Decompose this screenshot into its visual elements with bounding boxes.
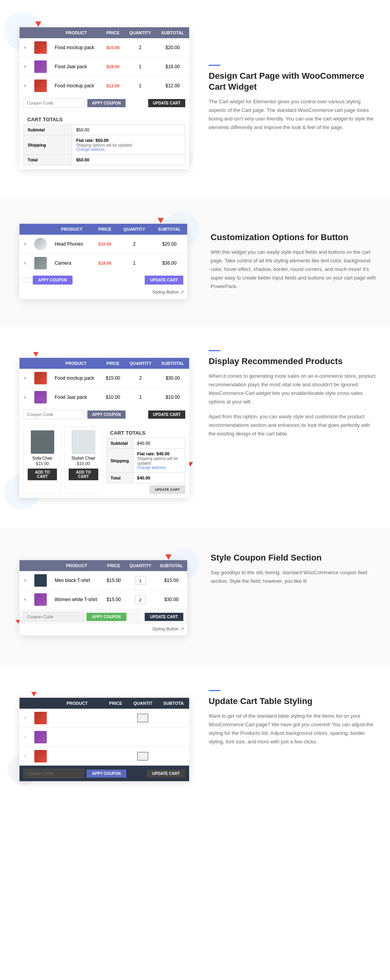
section-2-widget: Product Price Quantity Subtotal × Head P… [12, 216, 195, 307]
col-product: PRODUCT [51, 698, 103, 709]
section-5: PRODUCT PRICE QUANTIT SUBTOTA × Food moc… [0, 667, 390, 812]
update-cart-button[interactable]: UPDATE CART [145, 276, 183, 285]
change-address-link[interactable]: Change address [76, 147, 181, 152]
remove-btn[interactable]: × [23, 394, 27, 400]
section-title: Design Cart Page with WooCommerce Cart W… [209, 71, 378, 93]
section-title: Update Cart Table Styling [209, 696, 378, 707]
col-product: Product [51, 560, 102, 571]
col-price: Price [103, 560, 125, 571]
update-cart-button[interactable]: UPDATE CART [148, 410, 185, 419]
qty-display: 2 [135, 595, 146, 604]
product-name: Food Jaar pack [51, 57, 101, 76]
product-subtotal: $12.00 [156, 76, 189, 96]
section-description: With this widget you can easily style in… [211, 248, 378, 291]
product-subtotal: $20.00 [156, 38, 189, 57]
product-qty: 1 [128, 747, 158, 766]
col-img [30, 698, 51, 709]
section-title: Customization Options for Button [211, 232, 378, 243]
product-price: $10.00 [102, 38, 124, 57]
total-row: Total $40.00 [106, 473, 185, 483]
cart-widget-4: Product Price Quantity Subtotal × Men bl… [20, 560, 187, 635]
table-row: × Food Jaar pack $18.00 1 $18.00 [20, 728, 189, 747]
total-label: Total [106, 473, 133, 483]
apply-coupon-button[interactable]: APPY COUPON [87, 613, 126, 621]
col-remove [20, 224, 30, 235]
product-qty: 2 [117, 235, 151, 254]
section-1-widget: Product Price Quantity Subtotal × Food m… [12, 19, 193, 177]
product-subtotal: $10.00 [156, 388, 189, 407]
cart-widget-2: Product Price Quantity Subtotal × Head P… [20, 224, 187, 299]
section-4: Style Coupon Field Section Say goodbye t… [0, 529, 390, 667]
product-qty: 2 [128, 709, 158, 728]
section-2: Customization Options for Button With th… [0, 196, 390, 327]
product-subtotal: $30.00 [156, 590, 187, 609]
remove-btn[interactable]: × [23, 715, 27, 721]
remove-btn[interactable]: × [23, 241, 27, 247]
product-price: $15.00 [101, 369, 124, 388]
col-img [30, 224, 51, 235]
product-price: $15.00 [103, 571, 125, 590]
cross-sale-item: Stylish Chair $10.00 ADD TO CART [64, 426, 102, 494]
product-img [34, 712, 47, 724]
subtotal-row: Subtotal $50.00 [24, 125, 185, 135]
product-img [34, 238, 47, 250]
change-address-link[interactable]: Change address [137, 465, 181, 470]
subtotal-row: Subtotal $40.00 [106, 438, 185, 449]
subtotal-value: $40.00 [133, 438, 185, 449]
col-img [30, 560, 51, 571]
col-remove [20, 358, 30, 369]
add-to-cart-button[interactable]: ADD TO CART [69, 469, 98, 480]
cross-sales: Sofa Chair $15.00 ADD TO CART Stylish Ch… [23, 426, 103, 494]
qty-display: 1 [135, 576, 146, 585]
shipping-value: Flat rate: $40.00 Shipping options will … [133, 449, 185, 473]
product-price: $15.00 [103, 590, 125, 609]
product-name: Food mockup pack [51, 747, 103, 766]
col-remove [20, 698, 30, 709]
col-subtotal: Subtotal [156, 27, 189, 38]
apply-coupon-button[interactable]: APPY COUPON [33, 276, 73, 285]
shipping-row: Shipping Flat rate: $40.00 Shipping opti… [106, 449, 185, 473]
cross-sale-item: Sofa Chair $15.00 ADD TO CART [23, 426, 61, 494]
cart-widget-3: PRODUCT PRICE QUANTITY SUBTOTAL × Food m… [20, 358, 189, 498]
remove-btn[interactable]: × [23, 753, 27, 759]
col-price: Price [102, 27, 124, 38]
update-cart-button[interactable]: UPDATE CART [147, 769, 185, 778]
remove-btn[interactable]: × [23, 734, 27, 740]
remove-btn[interactable]: × [23, 260, 27, 266]
product-price: $18.00 [103, 728, 128, 747]
table-row: × Camera $18.00 1 $36.00 [20, 254, 187, 273]
remove-btn[interactable]: × [23, 375, 27, 381]
remove-btn[interactable]: × [23, 577, 27, 584]
product-subtotal: $36.00 [151, 254, 187, 273]
triangle-9 [31, 692, 37, 697]
product-subtotal: $30.00 [156, 369, 189, 388]
totals-update-button[interactable]: UPDATE CART [149, 485, 185, 494]
coupon-input[interactable] [23, 410, 84, 419]
remove-btn[interactable]: × [23, 44, 27, 51]
col-subtotal: Subtotal [151, 224, 187, 235]
apply-coupon-button[interactable]: APPY COUPON [87, 769, 126, 778]
update-cart-button[interactable]: UPDATE CART [148, 99, 185, 107]
shipping-label: Shipping [24, 135, 72, 155]
styling-label: Styling Button ↗ [20, 288, 187, 299]
table-row: × Head Phones $10.00 2 $20.00 [20, 235, 187, 254]
apply-coupon-button[interactable]: APPY COUPON [87, 99, 126, 107]
remove-btn[interactable]: × [23, 596, 27, 603]
coupon-input[interactable] [23, 612, 84, 621]
cart-totals-title: CART TOTALS [23, 113, 185, 124]
product-name: Women white T-shirt [51, 590, 102, 609]
update-cart-button[interactable]: UPDATE CART [145, 613, 183, 621]
product-price: $18.00 [93, 254, 117, 273]
section-description: Want to get rid of the standard table st… [209, 712, 378, 746]
col-qty: QUANTIT [128, 698, 158, 709]
apply-coupon-button[interactable]: APPY COUPON [87, 410, 126, 419]
product-price: $10.00 [103, 709, 128, 728]
product-qty: 1 [117, 254, 151, 273]
coupon-input[interactable] [23, 98, 84, 108]
product-img [34, 372, 47, 384]
product-subtotal: $10.00 [158, 747, 189, 766]
add-to-cart-button[interactable]: ADD TO CART [28, 469, 57, 480]
coupon-input[interactable] [23, 769, 84, 778]
remove-btn[interactable]: × [23, 64, 27, 70]
remove-btn[interactable]: × [23, 83, 27, 89]
